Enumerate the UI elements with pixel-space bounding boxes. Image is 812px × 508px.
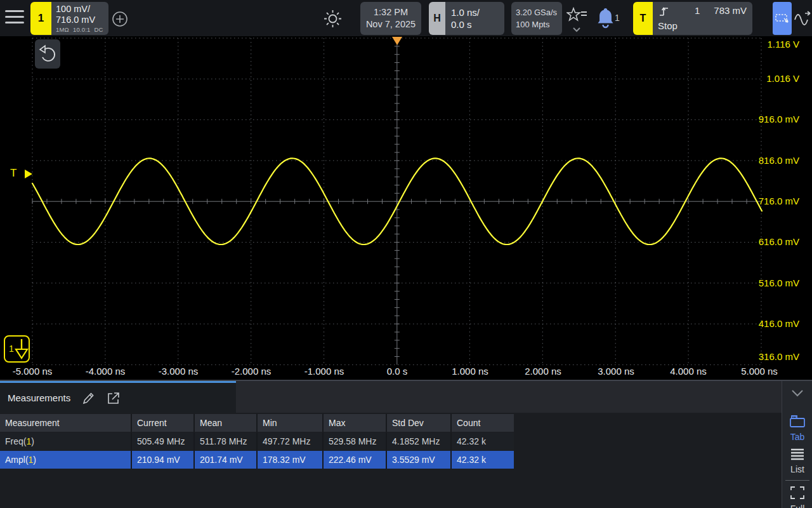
y-axis-label: 916.0 mV: [759, 114, 799, 124]
undo-icon: [39, 44, 56, 64]
hamburger-menu-icon[interactable]: [5, 10, 24, 26]
table-row-freq[interactable]: Freq(1) 505.49 MHz 511.78 MHz 497.72 MHz…: [0, 432, 514, 450]
sample-rate-text: 3.20 GSa/s: [516, 6, 562, 18]
datetime-display[interactable]: 1:32 PM Nov 7, 2025: [360, 2, 421, 35]
value-current: 505.49 MHz: [131, 432, 193, 450]
channel-1-badge: 1: [30, 2, 51, 35]
measurement-name: Ampl(1): [0, 451, 131, 469]
x-axis-label: 0.0 s: [387, 366, 408, 377]
tab-measurements[interactable]: Measurements: [0, 381, 236, 413]
trigger-badge: T: [633, 2, 653, 35]
value-min: 497.72 MHz: [256, 432, 322, 450]
x-axis-label: 2.000 ns: [525, 366, 561, 377]
panel-tab-bar: Measurements: [0, 381, 782, 413]
table-header-row: Measurement Current Mean Min Max Std Dev…: [0, 414, 514, 432]
box-zoom-icon: [775, 11, 790, 26]
col-min: Min: [256, 414, 322, 432]
measurement-name: Freq(1): [0, 432, 131, 450]
x-axis-label: -1.000 ns: [304, 366, 344, 377]
list-view-icon: [790, 448, 805, 460]
value-stddev: 4.1852 MHz: [386, 432, 450, 450]
x-axis-label: -2.000 ns: [232, 366, 272, 377]
value-current: 210.94 mV: [131, 451, 193, 469]
trigger-level-marker[interactable]: T: [10, 167, 16, 180]
x-axis-label: -3.000 ns: [159, 366, 199, 377]
x-axis-label: -4.000 ns: [86, 366, 126, 377]
channel-1-scale: 100 mV/: [56, 4, 108, 15]
col-max: Max: [322, 414, 386, 432]
y-axis-label: 1.116 V: [767, 39, 799, 50]
value-min: 178.32 mV: [256, 451, 322, 469]
measurements-tab-title: Measurements: [8, 392, 70, 403]
horizontal-controls[interactable]: H 1.0 ns/ 0.0 s: [429, 2, 504, 35]
value-mean: 511.78 MHz: [193, 432, 256, 450]
open-external-icon[interactable]: [107, 391, 121, 405]
y-axis-label: 616.0 mV: [759, 236, 799, 247]
brightness-icon[interactable]: [323, 9, 343, 29]
edit-pencil-icon[interactable]: [82, 392, 95, 405]
trigger-level: 783 mV: [714, 5, 747, 16]
preset-star-icon[interactable]: [566, 7, 588, 34]
tab-view-icon: [789, 414, 806, 428]
channel-1-button[interactable]: 1 100 mV/ 716.0 mV 1MΩ10.0:1DC: [30, 2, 108, 35]
x-axis-label: 4.000 ns: [670, 366, 707, 377]
trigger-edge-icon: [658, 6, 670, 17]
trigger-level-arrow-icon[interactable]: [25, 170, 32, 178]
y-axis-label: 516.0 mV: [759, 277, 799, 288]
measurements-table: Measurement Current Mean Min Max Std Dev…: [0, 414, 514, 469]
x-axis-label: 5.000 ns: [741, 366, 778, 377]
ground-arrow-icon: [13, 338, 30, 361]
measurements-panel: Measurements Measurement Current Mean Mi…: [0, 381, 812, 508]
horizontal-badge: H: [429, 2, 445, 35]
memory-depth-text: 100 Mpts: [516, 18, 562, 30]
y-axis-label: 316.0 mV: [759, 351, 799, 362]
acquisition-info[interactable]: 3.20 GSa/s 100 Mpts: [511, 2, 562, 35]
trigger-info: 1 783 mV Stop: [653, 2, 752, 35]
value-count: 42.32 k: [450, 432, 514, 450]
value-max: 529.58 MHz: [322, 432, 386, 450]
x-axis-label: 3.000 ns: [598, 366, 634, 377]
col-count: Count: [450, 414, 514, 432]
y-axis-label: 816.0 mV: [759, 155, 799, 166]
view-button-list[interactable]: List: [782, 448, 812, 474]
channel-1-info: 100 mV/ 716.0 mV 1MΩ10.0:1DC: [51, 2, 108, 35]
timebase-text: 1.0 ns/: [451, 6, 504, 18]
date-text: Nov 7, 2025: [360, 18, 421, 30]
box-zoom-button[interactable]: [773, 2, 792, 35]
col-stddev: Std Dev: [386, 414, 450, 432]
trigger-run-state: Stop: [658, 20, 678, 31]
waveform-arrow-icon[interactable]: [794, 10, 811, 27]
panel-side-buttons: Tab List Full: [782, 381, 812, 508]
collapse-chevron-icon[interactable]: [791, 389, 804, 398]
value-max: 222.46 mV: [322, 451, 386, 469]
channel-1-ground-marker[interactable]: 1: [4, 335, 30, 363]
y-axis-label: 1.016 V: [766, 73, 799, 84]
waveform-display[interactable]: 1.116 V 1.016 V 916.0 mV 816.0 mV 716.0 …: [0, 36, 812, 380]
trigger-controls[interactable]: T 1 783 mV Stop: [633, 2, 752, 35]
trigger-position-icon[interactable]: [392, 37, 402, 45]
notification-count: 1: [615, 13, 620, 23]
undo-button[interactable]: [35, 39, 60, 69]
side-divider: [785, 480, 809, 481]
add-waveform-icon[interactable]: [112, 11, 128, 27]
delay-text: 0.0 s: [451, 18, 504, 30]
value-stddev: 3.5529 mV: [386, 451, 450, 469]
value-count: 42.32 k: [450, 451, 514, 469]
channel-1-offset: 716.0 mV: [56, 15, 108, 25]
y-axis-label: 716.0 mV: [759, 196, 799, 206]
value-mean: 201.74 mV: [193, 451, 256, 469]
col-current: Current: [131, 414, 193, 432]
table-row-ampl[interactable]: Ampl(1) 210.94 mV 201.74 mV 178.32 mV 22…: [0, 451, 514, 469]
col-mean: Mean: [193, 414, 256, 432]
col-measurement: Measurement: [0, 414, 131, 432]
y-axis-label: 416.0 mV: [759, 318, 799, 329]
top-bar: 1 100 mV/ 716.0 mV 1MΩ10.0:1DC 1:32 PM N…: [0, 0, 812, 36]
full-view-icon: [790, 486, 805, 500]
waveform-grid: [0, 36, 812, 380]
notification-bell-icon[interactable]: [597, 7, 614, 29]
x-axis-label: 1.000 ns: [452, 366, 488, 377]
x-axis-label: -5.000 ns: [13, 366, 53, 377]
view-button-tab[interactable]: Tab: [782, 414, 812, 442]
channel-1-coupling: 1MΩ10.0:1DC: [56, 26, 108, 33]
view-button-full[interactable]: Full: [782, 486, 812, 508]
